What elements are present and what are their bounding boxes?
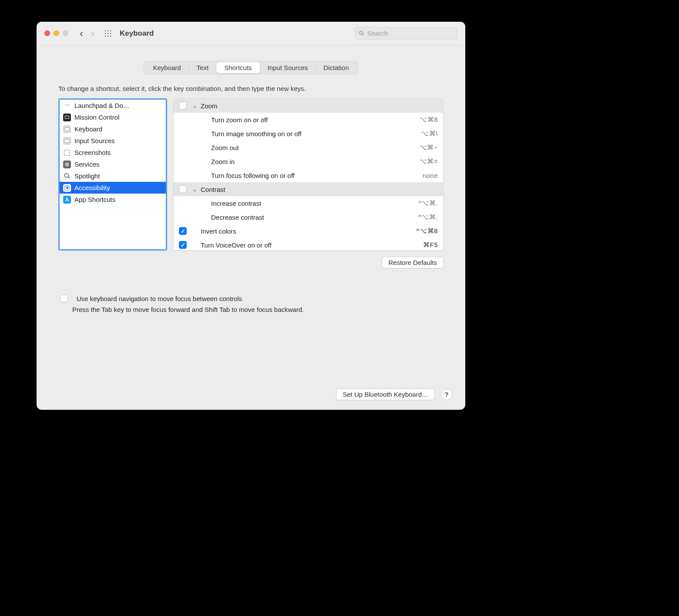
category-label: Screenshots <box>74 149 111 156</box>
keyboard-navigation-section: Use keyboard navigation to move focus be… <box>58 295 444 313</box>
shortcut-row[interactable]: ⌄Contrast <box>174 182 443 196</box>
shortcut-row[interactable]: Turn VoiceOver on or off⌘F5 <box>174 238 443 251</box>
shortcut-checkbox[interactable] <box>179 185 187 193</box>
category-mission-control[interactable]: Mission Control <box>60 111 166 123</box>
shortcut-row[interactable]: Turn focus following on or offnone <box>174 168 443 182</box>
shortcut-checkbox[interactable] <box>179 241 187 249</box>
tabs-row: KeyboardTextShortcutsInput SourcesDictat… <box>37 45 465 74</box>
shortcut-row[interactable]: ⌄Zoom <box>174 99 443 113</box>
search-field[interactable] <box>355 27 457 40</box>
shortcuts-panel: To change a shortcut, select it, click t… <box>50 76 452 324</box>
titlebar: ‹ › Keyboard <box>37 22 465 45</box>
search-icon <box>359 30 365 37</box>
shortcut-label: Zoom in <box>211 158 420 165</box>
shortcut-label: Zoom <box>201 102 438 110</box>
search-input[interactable] <box>367 30 454 37</box>
svg-line-3 <box>68 177 70 179</box>
shortcut-key[interactable]: ^⌥⌘8 <box>417 227 438 235</box>
shortcut-label: Decrease contrast <box>211 214 418 221</box>
svg-line-1 <box>363 34 364 35</box>
missioncontrol-icon <box>63 114 71 121</box>
restore-defaults-button[interactable]: Restore Defaults <box>382 257 444 268</box>
category-label: Accessibility <box>74 184 110 191</box>
category-accessibility[interactable]: Accessibility <box>60 182 166 194</box>
disclosure-triangle-icon[interactable]: ⌄ <box>191 185 198 193</box>
category-launchpad-dock[interactable]: ⠿⠿Launchpad & Do… <box>60 100 166 111</box>
shortcut-key[interactable]: ⌥⌘− <box>420 144 438 151</box>
shortcut-row[interactable]: Zoom in⌥⌘= <box>174 154 443 168</box>
shortcut-key[interactable]: ⌥⌘= <box>420 157 438 165</box>
tab-shortcuts[interactable]: Shortcuts <box>216 62 259 73</box>
shortcut-label: Turn zoom on or off <box>211 116 420 124</box>
svg-point-2 <box>64 173 68 177</box>
shortcut-key[interactable]: ⌘F5 <box>423 241 438 249</box>
category-input-sources[interactable]: Input Sources <box>60 135 166 147</box>
show-all-icon[interactable] <box>104 30 112 37</box>
shortcut-label: Turn image smoothing on or off <box>211 130 421 137</box>
shortcut-list[interactable]: ⌄ZoomTurn zoom on or off⌥⌘8Turn image sm… <box>173 98 444 251</box>
shortcut-key[interactable]: ^⌥⌘, <box>418 213 438 221</box>
zoom-window-button[interactable] <box>63 30 68 36</box>
shortcut-label: Invert colors <box>201 228 417 235</box>
setup-bluetooth-button[interactable]: Set Up Bluetooth Keyboard… <box>336 388 435 400</box>
tab-text[interactable]: Text <box>189 62 217 73</box>
appshortcuts-icon: A <box>63 196 71 204</box>
shortcut-label: Increase contrast <box>211 200 418 207</box>
close-window-button[interactable] <box>44 30 50 36</box>
shortcut-label: Turn VoiceOver on or off <box>201 241 423 249</box>
preferences-window: ‹ › Keyboard KeyboardTextShortcutsInput … <box>37 22 465 410</box>
shortcut-row[interactable]: Turn image smoothing on or off⌥⌘\ <box>174 127 443 141</box>
category-spotlight[interactable]: Spotlight <box>60 170 166 182</box>
nav-arrows: ‹ › <box>80 28 94 39</box>
category-services[interactable]: ✲Services <box>60 158 166 170</box>
shortcut-row[interactable]: Increase contrast^⌥⌘. <box>174 196 443 210</box>
back-button[interactable]: ‹ <box>80 28 83 39</box>
shortcut-row[interactable]: Zoom out⌥⌘− <box>174 141 443 154</box>
tab-bar: KeyboardTextShortcutsInput SourcesDictat… <box>144 61 358 74</box>
footer: Set Up Bluetooth Keyboard… ? <box>336 388 452 400</box>
category-label: Mission Control <box>74 114 119 121</box>
category-label: Services <box>74 161 100 168</box>
shortcut-key[interactable]: ^⌥⌘. <box>418 199 438 207</box>
tab-input-sources[interactable]: Input Sources <box>260 62 316 73</box>
help-button[interactable]: ? <box>441 389 452 400</box>
shortcut-row[interactable]: Turn zoom on or off⌥⌘8 <box>174 113 443 127</box>
category-screenshots[interactable]: Screenshots <box>60 147 166 158</box>
category-label: Launchpad & Do… <box>74 102 130 109</box>
shortcut-row[interactable]: Invert colors^⌥⌘8 <box>174 224 443 238</box>
shortcut-label: Contrast <box>201 186 438 193</box>
shortcut-row[interactable]: Decrease contrast^⌥⌘, <box>174 210 443 224</box>
shortcut-checkbox[interactable] <box>179 227 187 235</box>
tab-dictation[interactable]: Dictation <box>316 62 356 73</box>
keyboard-icon <box>63 137 71 145</box>
minimize-window-button[interactable] <box>54 30 59 36</box>
shortcut-key[interactable]: ⌥⌘\ <box>421 130 438 137</box>
category-list[interactable]: ⠿⠿Launchpad & Do…Mission ControlKeyboard… <box>58 98 167 251</box>
keyboard-icon <box>63 125 71 133</box>
accessibility-icon <box>63 184 71 192</box>
instruction-text: To change a shortcut, select it, click t… <box>58 85 444 92</box>
launchpad-icon: ⠿⠿ <box>63 102 71 110</box>
shortcut-label: Zoom out <box>211 144 420 151</box>
tab-keyboard[interactable]: Keyboard <box>145 62 188 73</box>
window-title: Keyboard <box>120 29 154 38</box>
disclosure-triangle-icon[interactable]: ⌄ <box>191 102 198 110</box>
window-controls <box>44 30 68 36</box>
keyboard-navigation-checkbox[interactable] <box>60 295 68 302</box>
services-icon: ✲ <box>63 161 71 168</box>
forward-button[interactable]: › <box>91 28 94 39</box>
category-app-shortcuts[interactable]: AApp Shortcuts <box>60 194 166 205</box>
screenshots-icon <box>63 149 71 157</box>
keyboard-navigation-hint: Press the Tab key to move focus forward … <box>72 306 442 313</box>
split-view: ⠿⠿Launchpad & Do…Mission ControlKeyboard… <box>58 98 444 251</box>
shortcut-label: Turn focus following on or off <box>211 172 423 179</box>
svg-point-0 <box>360 31 363 34</box>
shortcut-key[interactable]: ⌥⌘8 <box>420 116 438 124</box>
keyboard-navigation-label: Use keyboard navigation to move focus be… <box>77 295 242 302</box>
category-label: Keyboard <box>74 125 102 133</box>
shortcut-key[interactable]: none <box>423 172 438 179</box>
category-keyboard[interactable]: Keyboard <box>60 123 166 135</box>
shortcut-checkbox[interactable] <box>179 102 187 110</box>
category-label: App Shortcuts <box>74 196 115 203</box>
category-label: Input Sources <box>74 137 115 144</box>
